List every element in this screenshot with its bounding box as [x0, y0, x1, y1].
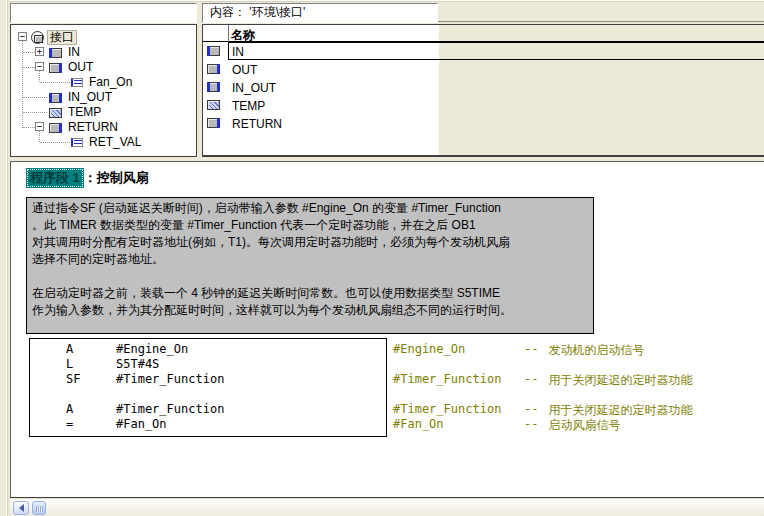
- tree-item-fan-on[interactable]: Fan_On: [71, 75, 134, 90]
- network-label-highlight[interactable]: 程序段 1: [26, 168, 84, 188]
- param-inout-icon: [207, 82, 220, 92]
- collapse-toggle-return[interactable]: −: [35, 122, 44, 131]
- network-title-text: 控制风扇: [97, 170, 149, 185]
- comment-line: 。此 TIMER 数据类型的变量 #Timer_Function 代表一个定时器…: [32, 217, 588, 234]
- comment-line: 选择不同的定时器地址。: [32, 251, 588, 268]
- annotation-separator: --: [524, 342, 538, 357]
- window-left-strip: [0, 0, 10, 516]
- collapse-toggle-out[interactable]: −: [35, 62, 44, 71]
- variable-icon: [71, 138, 83, 147]
- tree-item-label: OUT: [66, 61, 95, 74]
- stl-code-box[interactable]: A#Engine_On LS5T#4S SF#Timer_Function A#…: [29, 338, 387, 437]
- annotation-symbol: #Engine_On: [393, 342, 524, 357]
- header-extension-line: [438, 21, 764, 22]
- tree-item-label: RETURN: [66, 121, 120, 134]
- comment-line: [32, 268, 588, 285]
- symbol-annotation: #Timer_Function--用于关闭延迟的定时器功能: [393, 372, 692, 387]
- code-line[interactable]: SF#Timer_Function: [30, 372, 386, 387]
- annotation-separator: --: [524, 402, 538, 417]
- scroll-left-button[interactable]: [13, 501, 29, 515]
- code-line[interactable]: [30, 387, 386, 402]
- tree-item-in[interactable]: IN: [49, 45, 82, 60]
- param-temp-icon: [207, 100, 220, 110]
- opcode: A: [66, 402, 116, 417]
- annotation-separator: --: [524, 372, 538, 387]
- tree-item-ret-val[interactable]: RET_VAL: [71, 135, 143, 150]
- collapse-toggle-interface[interactable]: −: [18, 32, 27, 41]
- row-name-cell: IN_OUT: [232, 81, 276, 95]
- table-row-temp[interactable]: TEMP: [203, 96, 764, 114]
- annotation-comment: 发动机的启动信号: [548, 342, 644, 357]
- tree-item-label: Fan_On: [87, 76, 134, 89]
- opcode: A: [66, 342, 116, 357]
- tree-item-interface[interactable]: 接口: [31, 30, 76, 45]
- annotation-comment: 启动风扇信号: [548, 417, 620, 432]
- tree-connector-line: [40, 82, 70, 83]
- tree-item-return[interactable]: RETURN: [49, 120, 120, 135]
- tree-connector-line: [40, 142, 70, 143]
- expand-toggle-in[interactable]: +: [35, 47, 44, 56]
- annotation-comment: 用于关闭延迟的定时器功能: [548, 402, 692, 417]
- operand: #Timer_Function: [116, 402, 224, 417]
- table-row-in-out[interactable]: IN_OUT: [203, 78, 764, 96]
- window-top-edge: [0, 0, 764, 2]
- scrollbar-thumb[interactable]: [32, 501, 46, 515]
- operand: #Timer_Function: [116, 372, 224, 387]
- network-comment-box[interactable]: 通过指令SF (启动延迟关断时间)，启动带输入参数 #Engine_On 的变量…: [26, 197, 594, 334]
- row-name-cell: IN: [232, 45, 244, 59]
- annotation-symbol: #Timer_Function: [393, 372, 524, 387]
- operand: S5T#4S: [116, 357, 159, 372]
- opcode: [66, 387, 116, 402]
- param-inout-icon: [49, 93, 62, 103]
- interface-tree-pane: 接口 − IN + OUT − Fan_On IN_OUT TEMP RETUR…: [10, 24, 197, 157]
- network-title[interactable]: 程序段 1：控制风扇: [26, 168, 149, 188]
- tree-connector-line: [23, 112, 47, 113]
- operand: #Fan_On: [116, 417, 167, 432]
- table-row-return[interactable]: RETURN: [203, 114, 764, 132]
- param-in-icon: [49, 48, 62, 58]
- table-row-in[interactable]: IN: [203, 42, 764, 60]
- tree-connector-line: [23, 127, 35, 128]
- horizontal-scrollbar[interactable]: [10, 498, 764, 516]
- opcode: =: [66, 417, 116, 432]
- row-name-cell: RETURN: [232, 117, 282, 131]
- opcode: L: [66, 357, 116, 372]
- annotation-symbol: #Timer_Function: [393, 402, 524, 417]
- comment-line: 通过指令SF (启动延迟关断时间)，启动带输入参数 #Engine_On 的变量…: [32, 200, 588, 217]
- content-path-header: 内容： '环境\接口': [202, 3, 438, 23]
- tree-connector-line: [23, 97, 47, 98]
- row-name-cell: OUT: [232, 63, 257, 77]
- symbol-annotation: #Fan_On--启动风扇信号: [393, 417, 620, 432]
- annotation-symbol: #Fan_On: [393, 417, 524, 432]
- opcode: SF: [66, 372, 116, 387]
- tree-item-out[interactable]: OUT: [49, 60, 95, 75]
- code-line[interactable]: A#Timer_Function: [30, 402, 386, 417]
- program-editor-pane: 程序段 1：控制风扇 通过指令SF (启动延迟关断时间)，启动带输入参数 #En…: [10, 161, 764, 498]
- tree-item-label: IN: [66, 46, 82, 59]
- tree-header-bar: [10, 3, 197, 23]
- operand: #Engine_On: [116, 342, 188, 357]
- variable-icon: [71, 78, 83, 87]
- interface-icon: [31, 31, 44, 44]
- table-row-out[interactable]: OUT: [203, 60, 764, 78]
- tree-connector-line: [23, 67, 35, 68]
- splitter-groove: [6, 0, 8, 516]
- code-line[interactable]: =#Fan_On: [30, 417, 386, 432]
- annotation-separator: --: [524, 417, 538, 432]
- code-line[interactable]: A#Engine_On: [30, 342, 386, 357]
- param-out-icon: [207, 64, 220, 74]
- tree-item-in-out[interactable]: IN_OUT: [49, 90, 114, 105]
- param-in-icon: [207, 46, 220, 56]
- tree-item-label: RET_VAL: [87, 136, 143, 149]
- code-line[interactable]: LS5T#4S: [30, 357, 386, 372]
- symbol-annotation: #Timer_Function--用于关闭延迟的定时器功能: [393, 402, 692, 417]
- tree-connector-line: [23, 52, 35, 53]
- comment-line: 在启动定时器之前，装载一个 4 秒钟的延迟关断时间常数。也可以使用数据类型 S5…: [32, 285, 588, 302]
- tree-item-temp[interactable]: TEMP: [49, 105, 103, 120]
- param-return-icon: [49, 123, 62, 133]
- symbol-annotation: #Engine_On--发动机的启动信号: [393, 342, 644, 357]
- network-colon: ：: [84, 170, 97, 185]
- annotation-comment: 用于关闭延迟的定时器功能: [548, 372, 692, 387]
- comment-line: 作为输入参数，并为其分配延时时间，这样就可以为每个发动机风扇组态不同的运行时间。: [32, 302, 588, 319]
- param-out-icon: [49, 63, 62, 73]
